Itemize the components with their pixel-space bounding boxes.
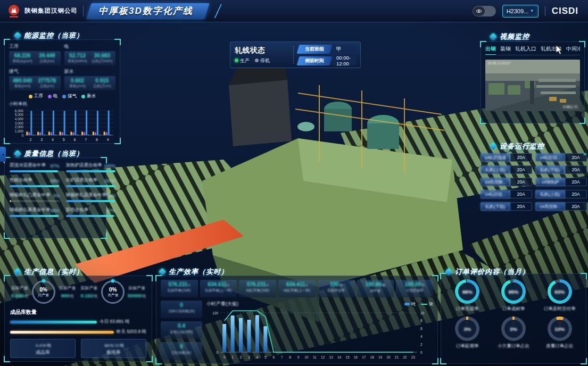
diamond-icon	[445, 268, 452, 276]
shift-time-row: 倒班时间 00:00-12:00	[298, 56, 356, 65]
efficiency-panel-title: 生产效率（实时）	[160, 267, 228, 277]
quality-item: 钢板终轧凸度命中率3%	[10, 192, 60, 202]
svg-text:11: 11	[313, 355, 317, 359]
svg-text:0: 0	[420, 351, 423, 354]
left-edge-handle[interactable]: ◂	[0, 147, 6, 162]
shift-time-badge: 倒班时间	[298, 56, 331, 65]
diamond-icon	[490, 33, 497, 40]
device-reading: 轧机(下辊)20A	[481, 202, 532, 211]
orders-panel-title: 订单评价内容（当月）	[446, 267, 529, 277]
svg-text:23: 23	[411, 355, 416, 359]
svg-text:9: 9	[107, 138, 109, 142]
video-panel-title: 视频监控	[491, 32, 529, 41]
order-gauge: 10% 质量订单占比	[536, 317, 583, 350]
camera-feed[interactable]: 09-08 11:02:37 出钢位 01	[485, 60, 580, 111]
quality-item: 探伤合格率97%	[66, 207, 116, 217]
inventory-bars: 今日 63.891 吨 昨天 5203.8 吨	[10, 319, 146, 335]
month-output-ring-gauge: 0% 月产量	[101, 280, 125, 304]
svg-text:1: 1	[231, 355, 234, 359]
day-actual-output: 实际产量 0.045吨	[10, 285, 29, 299]
energy-group: 工序 68.226单耗(kgce/t) 39.449总耗(tce)	[9, 43, 61, 65]
gray-dot-icon	[255, 59, 259, 62]
cisdi-logo: CISDI	[552, 6, 578, 16]
inventory-bar: 昨天 5203.8 吨	[10, 329, 146, 335]
svg-text:9: 9	[297, 355, 300, 359]
donut-chart: 3%	[501, 317, 526, 341]
efficiency-stats: 576.231s 轧制节奏(当班) 634.611s 轧制节奏(上一班) 576…	[161, 280, 433, 297]
visibility-toggle[interactable]	[473, 6, 496, 16]
production-panel: 实际产量 0.045吨 0% 日产量 目标产量 900吨 实际产量 0.162吨…	[4, 276, 152, 362]
svg-text:4,000: 4,000	[15, 117, 24, 121]
legend-item: 工序	[29, 93, 43, 99]
quality-item: 出炉温度合格率100%	[66, 177, 116, 187]
svg-text:2,000: 2,000	[15, 125, 24, 129]
video-tab-1[interactable]: 装钢	[500, 45, 511, 53]
shift-team-value: 甲	[331, 45, 356, 54]
video-tab-0[interactable]: 出钢	[485, 45, 496, 53]
output-chart-title: 小时产量(大板)	[206, 301, 238, 307]
svg-text:6,000: 6,000	[15, 109, 24, 113]
legend-tons: 吨	[404, 301, 416, 307]
day-output-ring-gauge: 0% 日产量	[32, 280, 55, 304]
video-tab-4[interactable]: 中间冷	[566, 45, 580, 53]
svg-text:16: 16	[354, 355, 358, 359]
order-gauge: 3% 小欠量订单占比	[491, 317, 537, 350]
svg-text:21: 21	[395, 355, 399, 359]
donut-chart: 10%	[548, 317, 572, 341]
svg-text:3: 3	[248, 355, 250, 359]
inventory-title: 成品库数量	[10, 309, 146, 316]
right-edge-handle[interactable]: »	[582, 147, 588, 161]
svg-text:10: 10	[304, 355, 309, 359]
header-bar: 陕钢集团汉钢公司 中厚板3D数字化产线 H2309... ▼ CISDI	[0, 0, 588, 22]
green-dot-icon	[235, 59, 238, 62]
energy-group: 电 52.713单耗(kWh/t) 30.683总耗(万kWh)	[64, 43, 116, 65]
efficiency-stat-card: 634.611s 轧制节奏(上一班)	[200, 280, 237, 297]
video-tab-3[interactable]: 轧机出口	[541, 45, 562, 53]
donut-chart: 95%	[501, 279, 526, 304]
quality-panel: 层流冷温度命中率97% 加热炉温度合格率100% 性能合格率99% 出炉温度合格…	[4, 157, 106, 238]
device-reading: 1#轧区辊道20A	[481, 153, 532, 162]
svg-text:18: 18	[370, 355, 375, 359]
svg-text:19: 19	[378, 355, 383, 359]
device-reading: 2#轧区辊...20A	[481, 190, 532, 198]
svg-text:0: 0	[216, 351, 218, 354]
legend-pieces: 块	[421, 301, 433, 307]
shift-time-value: 00:00-12:00	[331, 56, 356, 65]
legend-item: 电	[48, 93, 58, 99]
diamond-icon	[14, 268, 21, 276]
device-reading: 2#高压除...20A	[481, 178, 532, 186]
line-status-panel: 轧线状态 生产 停机 当前班组 甲 倒班时间 00:00-12:00	[230, 41, 361, 68]
svg-text:14: 14	[337, 355, 342, 359]
page-title: 中厚板3D数字化产线	[89, 3, 207, 19]
legend-dot-icon	[29, 95, 32, 98]
output-hourly-chart: 1200024681001234567891011121314151617181…	[206, 307, 432, 363]
donut-chart: 3%	[455, 317, 479, 341]
energy-legend: 工序 电 煤气 新水	[9, 93, 115, 99]
month-actual-output: 实际产量 0.162吨	[80, 285, 99, 299]
svg-text:2: 2	[420, 343, 423, 346]
svg-text:2: 2	[240, 355, 242, 359]
quality-panel-title: 质量信息（当班）	[15, 149, 84, 159]
efficiency-side-card: 0 已轧块数(块)	[161, 342, 202, 360]
efficiency-stat-card: 576.231s 轧制节奏(当班)	[161, 280, 198, 297]
energy-group: 煤气 480.040单耗(m³/t) 277578总耗(m³)	[9, 68, 61, 90]
legend-item: 煤气	[62, 93, 77, 99]
device-reading: 1#加热炉20A	[535, 178, 587, 186]
svg-text:3,000: 3,000	[15, 121, 24, 125]
production-panel-title: 生产信息（实时）	[15, 267, 84, 277]
svg-text:6: 6	[73, 138, 76, 142]
line-status-title: 轧线状态	[235, 46, 289, 55]
dashboard-root: 陕钢集团汉钢公司 中厚板3D数字化产线 H2309... ▼ CISDI 能源监…	[0, 0, 588, 366]
heat-number-dropdown[interactable]: H2309... ▼	[502, 5, 539, 18]
legend-producing: 生产	[235, 57, 250, 64]
chevron-down-icon: ▼	[530, 9, 534, 13]
energy-chart-title: 小时单耗	[9, 101, 115, 107]
svg-text:17: 17	[362, 355, 366, 359]
video-tab-2[interactable]: 轧机入口	[515, 45, 536, 53]
video-panel: 出钢 装钢 轧机入口 轧机出口 中间冷 电动热 09-08 11:02:37 出…	[481, 41, 585, 123]
svg-text:20: 20	[386, 355, 391, 359]
video-tabs: 出钢 装钢 轧机入口 轧机出口 中间冷 电动热	[485, 45, 580, 55]
svg-text:8: 8	[289, 355, 291, 359]
donut-chart: 98%	[455, 279, 479, 304]
order-gauge: 3% 订单延期率	[444, 317, 491, 350]
